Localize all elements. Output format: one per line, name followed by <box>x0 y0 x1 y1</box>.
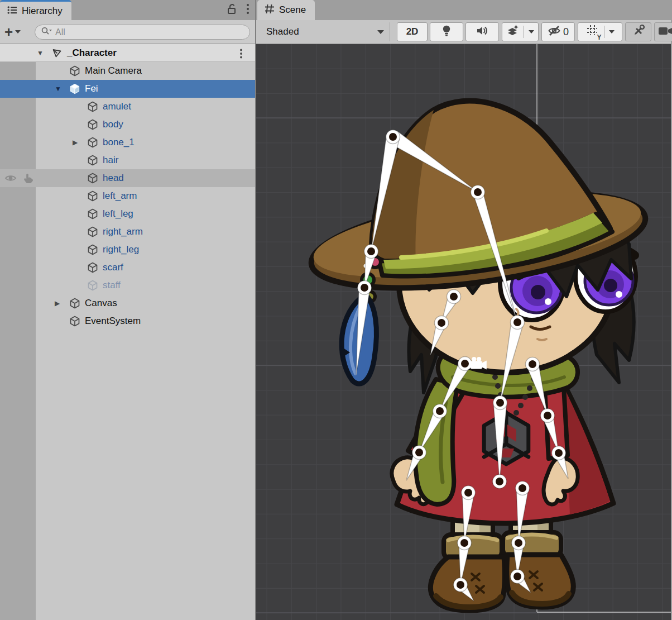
scene-panel: Scene Shaded 2D <box>256 0 671 620</box>
object-label: head <box>103 173 124 184</box>
hierarchy-row-fei[interactable]: ▼Fei <box>0 80 255 98</box>
tab-hierarchy[interactable]: Hierarchy <box>0 0 71 20</box>
cube-icon <box>69 65 80 77</box>
object-label: amulet <box>103 101 131 112</box>
search-input[interactable] <box>55 27 244 37</box>
hierarchy-row-body[interactable]: body <box>0 116 255 133</box>
create-object-button[interactable]: + <box>4 23 31 41</box>
object-label: body <box>103 119 123 130</box>
hierarchy-toolbar: + <box>0 20 255 44</box>
hierarchy-row-staff[interactable]: staff <box>0 276 255 294</box>
hierarchy-row-eventsystem[interactable]: EventSystem <box>0 312 255 330</box>
cube-icon <box>87 190 98 202</box>
scene-grid-icon <box>264 3 275 17</box>
draw-mode-dropdown[interactable]: Shaded <box>261 22 390 41</box>
bone-joint-center <box>513 573 521 580</box>
hierarchy-row-scarf[interactable]: scarf <box>0 259 255 276</box>
cube-icon <box>87 173 98 184</box>
hierarchy-row-hair[interactable]: hair <box>0 151 255 169</box>
cube-icon <box>87 101 98 112</box>
foldout-arrow[interactable]: ▶ <box>73 139 78 146</box>
cube-icon <box>69 298 80 309</box>
grid-visibility-button[interactable]: Y <box>578 22 622 41</box>
component-tools-button[interactable] <box>625 22 651 41</box>
lock-icon[interactable] <box>226 3 237 17</box>
2d-label: 2D <box>406 26 419 37</box>
unity-logo-icon <box>51 47 63 59</box>
bone-joint-center <box>515 539 522 547</box>
tab-scene[interactable]: Scene <box>257 0 315 20</box>
hierarchy-row-right_leg[interactable]: right_leg <box>0 241 255 259</box>
scene-audio-button[interactable] <box>465 22 499 41</box>
cube-icon <box>87 262 98 273</box>
object-label: right_leg <box>103 244 139 255</box>
hierarchy-row-left_leg[interactable]: left_leg <box>0 205 255 223</box>
cube-faded-icon <box>87 280 98 291</box>
foldout-arrow[interactable]: ▼ <box>55 85 61 93</box>
object-label: scarf <box>103 262 123 273</box>
grid-axis-icon: Y <box>586 24 599 40</box>
cube-icon <box>87 137 98 148</box>
effects-layers-icon <box>507 25 519 39</box>
hidden-objects-button[interactable]: 0 <box>541 22 575 41</box>
bone-joint-center <box>496 399 504 407</box>
chevron-down-icon <box>529 30 534 34</box>
eye-slash-icon <box>548 25 561 39</box>
bone-joint-center <box>457 581 464 589</box>
bone-joint-center <box>460 539 468 547</box>
foldout-arrow[interactable]: ▶ <box>55 299 60 307</box>
hierarchy-menu-kebab-icon[interactable] <box>246 3 249 17</box>
object-label: Main Camera <box>85 65 142 77</box>
prefab-cube-icon <box>69 83 80 94</box>
video-camera-icon <box>659 25 672 39</box>
hierarchy-list-icon <box>7 4 18 18</box>
object-label: hair <box>103 155 118 166</box>
cube-icon <box>87 155 98 166</box>
chevron-down-icon <box>15 30 21 34</box>
hand-icon[interactable] <box>22 173 35 186</box>
bone-joint-center <box>496 478 503 485</box>
bone-joint-center <box>438 319 445 327</box>
hierarchy-row-main camera[interactable]: Main Camera <box>0 62 255 80</box>
hierarchy-row-amulet[interactable]: amulet <box>0 98 255 116</box>
cube-icon <box>87 226 98 237</box>
bone-joint-center <box>450 293 458 301</box>
draw-mode-label: Shaded <box>266 26 377 37</box>
object-label: right_arm <box>103 226 143 237</box>
bone-joint-center <box>519 484 526 492</box>
bone-joint-center <box>415 449 423 456</box>
hierarchy-row-bone_1[interactable]: ▶bone_1 <box>0 133 255 151</box>
bone-joint-center <box>361 284 368 292</box>
bone-joint-center <box>555 449 563 457</box>
bone-joint-center <box>461 360 469 368</box>
scene-effects-button[interactable] <box>502 22 539 41</box>
hierarchy-row-_character[interactable]: ▼_Character <box>0 44 255 62</box>
plus-icon: + <box>4 25 13 39</box>
hierarchy-row-head[interactable]: head <box>0 169 255 187</box>
object-label: EventSystem <box>85 316 141 327</box>
scene-lighting-button[interactable] <box>430 22 463 41</box>
eye-icon[interactable] <box>4 173 17 186</box>
hierarchy-tab-title: Hierarchy <box>22 6 63 17</box>
cube-icon <box>87 244 98 255</box>
bone-joint-center <box>513 318 521 326</box>
bone-joint-center <box>436 407 444 415</box>
scene-viewport[interactable] <box>256 44 671 620</box>
row-kebab-icon[interactable] <box>239 48 243 61</box>
scene-camera-button[interactable] <box>654 22 672 41</box>
object-label: Canvas <box>85 298 117 309</box>
cube-icon <box>87 119 98 130</box>
unity-editor: Hierarchy + <box>0 0 672 620</box>
hierarchy-tabbar: Hierarchy <box>0 0 255 20</box>
hierarchy-search-field[interactable] <box>35 25 250 40</box>
hierarchy-row-right_arm[interactable]: right_arm <box>0 223 255 241</box>
object-label: Fei <box>85 83 98 94</box>
toggle-2d-button[interactable]: 2D <box>397 22 428 41</box>
scene-tabbar: Scene <box>256 0 671 20</box>
bone-joint-center <box>544 412 551 419</box>
hierarchy-row-left_arm[interactable]: left_arm <box>0 187 255 205</box>
bone-joint-center <box>474 188 482 196</box>
bone-joint-center <box>464 489 472 497</box>
foldout-arrow[interactable]: ▼ <box>37 49 44 57</box>
hierarchy-row-canvas[interactable]: ▶Canvas <box>0 294 255 312</box>
